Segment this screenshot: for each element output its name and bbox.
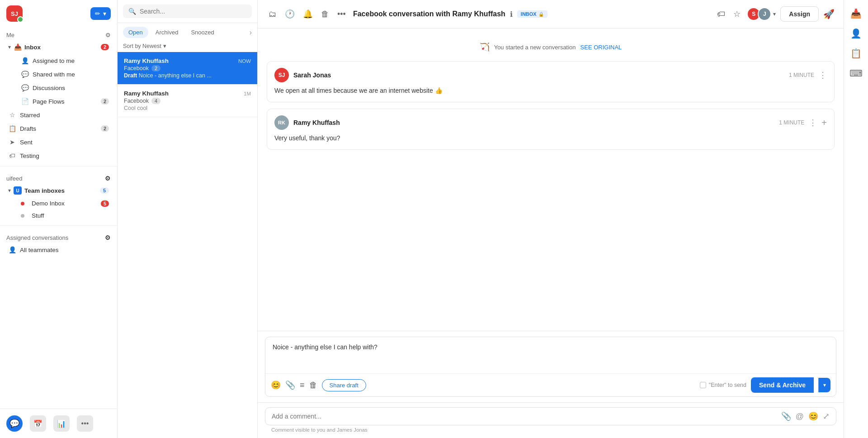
- tag-icon-button[interactable]: 🏷: [715, 8, 727, 21]
- right-panel-keyboard-icon[interactable]: ⌨: [848, 65, 864, 81]
- chat-icon-button[interactable]: 💬: [6, 415, 23, 432]
- calendar-icon-button[interactable]: 📅: [30, 415, 46, 432]
- team-gear-icon[interactable]: ⚙: [105, 175, 111, 182]
- compose-button[interactable]: ✏ ▾: [90, 7, 111, 20]
- toolbar-clock-icon[interactable]: 🕐: [283, 7, 297, 21]
- send-archive-button[interactable]: Send & Archive: [751, 377, 814, 393]
- delete-draft-icon[interactable]: 🗑: [309, 381, 317, 390]
- sort-label[interactable]: Sort by Newest ▾: [123, 43, 166, 49]
- right-panel-details-icon[interactable]: 📋: [848, 45, 864, 62]
- message-2-add-icon[interactable]: +: [821, 118, 827, 128]
- chat-toolbar-top: 🗂 🕐 🔔 🗑 •••: [267, 7, 348, 21]
- search-input[interactable]: [140, 8, 246, 15]
- sent-icon: ➤: [8, 138, 16, 146]
- user-avatar[interactable]: SJ: [6, 5, 23, 22]
- message-2-header: RK Ramy Khuffash 1 MINUTE ⋮ +: [274, 115, 827, 130]
- team-inboxes-label: Team inboxes: [24, 187, 100, 194]
- toolbar-save-icon[interactable]: 🗂: [267, 8, 278, 21]
- sent-label: Sent: [20, 139, 109, 146]
- enter-to-send: "Enter" to send: [700, 382, 746, 388]
- compose-text[interactable]: Noice - anything else I can help with?: [265, 337, 836, 373]
- comment-expand-icon[interactable]: ⤢: [823, 411, 830, 421]
- chart-icon-button[interactable]: 📊: [53, 415, 70, 432]
- tab-open[interactable]: Open: [123, 27, 148, 38]
- message-2-more-icon[interactable]: ⋮: [809, 118, 817, 128]
- conv-1-source: Facebook 2: [124, 65, 251, 71]
- toolbar-trash-icon[interactable]: 🗑: [319, 8, 331, 21]
- inbox-tag-label: INBOX: [521, 11, 537, 17]
- inbox-icon: 📥: [14, 43, 22, 51]
- conv-1-name: Ramy Khuffash: [124, 57, 169, 64]
- inbox-row[interactable]: ▾ 📥 Inbox 2: [2, 40, 115, 54]
- more-icon-button[interactable]: •••: [77, 415, 93, 432]
- message-2-body: Very useful, thank you?: [274, 133, 827, 143]
- comment-input[interactable]: [272, 413, 777, 420]
- message-1-more-icon[interactable]: ⋮: [819, 70, 827, 80]
- send-archive-dropdown[interactable]: ▾: [818, 378, 830, 392]
- starred-label: Starred: [20, 112, 109, 119]
- tab-more-arrow[interactable]: ›: [250, 29, 252, 37]
- search-bar[interactable]: 🔍: [123, 5, 252, 18]
- info-icon[interactable]: ℹ: [510, 10, 513, 19]
- message-2-sender-info: RK Ramy Khuffash: [274, 115, 340, 130]
- format-icon[interactable]: ≡: [300, 381, 305, 390]
- system-msg-icon: 🏹: [480, 42, 490, 52]
- toolbar-more-icon[interactable]: •••: [335, 8, 348, 21]
- me-section: Me ⚙: [0, 27, 117, 40]
- drafts-label: Drafts: [20, 125, 97, 132]
- sort-chevron-icon: ▾: [163, 43, 166, 49]
- chat-body: 🏹 You started a new conversation SEE ORI…: [258, 29, 844, 331]
- right-panel: 📥 👤 📋 ⌨: [844, 0, 868, 438]
- sidebar-item-drafts[interactable]: 📋 Drafts 2: [2, 122, 115, 135]
- comment-mention-icon[interactable]: @: [796, 412, 804, 421]
- toolbar-bell-icon[interactable]: 🔔: [301, 7, 315, 21]
- rocket-icon[interactable]: 🚀: [823, 9, 835, 19]
- right-panel-info-icon[interactable]: 👤: [848, 25, 864, 42]
- me-label: Me: [6, 32, 14, 38]
- stuff-dot: [21, 214, 24, 218]
- sidebar-item-page-flows[interactable]: 📄 Page Flows 2: [8, 95, 115, 108]
- tab-snoozed[interactable]: Snoozed: [185, 27, 219, 38]
- page-flows-label: Page Flows: [33, 98, 97, 105]
- conv-list-header: 🔍: [118, 0, 257, 23]
- enter-send-checkbox[interactable]: [700, 382, 706, 388]
- chat-header: 🗂 🕐 🔔 🗑 ••• Facebook conversation with R…: [258, 0, 844, 29]
- comment-area: 📎 @ 😊 ⤢ Comment visible to you and James…: [258, 402, 844, 438]
- sidebar-item-sent[interactable]: ➤ Sent: [2, 135, 115, 149]
- sidebar-item-assigned-to-me[interactable]: 👤 Assigned to me: [8, 54, 115, 67]
- conv-item-1[interactable]: Ramy Khuffash NOW Facebook 2 Draft Noice…: [118, 52, 257, 85]
- assign-button[interactable]: Assign: [780, 6, 819, 22]
- drafts-icon: 📋: [8, 124, 16, 133]
- conv-2-source: Facebook 4: [124, 98, 251, 104]
- sidebar-item-stuff[interactable]: Stuff: [8, 209, 115, 222]
- tab-archived[interactable]: Archived: [150, 27, 184, 38]
- all-teammates-label: All teammates: [20, 247, 109, 253]
- conv-item-2[interactable]: Ramy Khuffash 1M Facebook 4 Cool cool: [118, 85, 257, 117]
- comment-visibility-note: Comment visible to you and James Jonas: [265, 425, 836, 433]
- agents-dropdown-icon[interactable]: ▾: [773, 11, 776, 17]
- comment-attach-icon[interactable]: 📎: [781, 411, 791, 421]
- message-card-2: RK Ramy Khuffash 1 MINUTE ⋮ + Very usefu…: [267, 109, 835, 150]
- sidebar-item-starred[interactable]: ☆ Starred: [2, 108, 115, 122]
- share-draft-button[interactable]: Share draft: [322, 379, 366, 391]
- shared-with-me-label: Shared with me: [33, 71, 109, 78]
- comment-emoji-icon[interactable]: 😊: [808, 411, 818, 421]
- sidebar-item-shared-with-me[interactable]: 💬 Shared with me: [8, 67, 115, 81]
- inbox-label: Inbox: [24, 44, 101, 51]
- see-original-link[interactable]: SEE ORIGINAL: [580, 44, 622, 51]
- sidebar-item-all-teammates[interactable]: 👤 All teammates: [2, 243, 115, 257]
- sidebar-item-discussions[interactable]: 💬 Discussions: [8, 81, 115, 95]
- attach-icon[interactable]: 📎: [285, 380, 295, 390]
- emoji-icon[interactable]: 😊: [271, 380, 281, 390]
- assigned-gear-icon[interactable]: ⚙: [105, 234, 111, 241]
- person-icon: 👤: [21, 57, 29, 65]
- conv-1-preview: Draft Noice - anything else I can ...: [124, 72, 251, 79]
- sidebar-item-testing[interactable]: 🏷 Testing: [2, 149, 115, 162]
- gear-icon[interactable]: ⚙: [105, 32, 111, 38]
- star-icon-button[interactable]: ☆: [731, 7, 742, 21]
- right-panel-inbox-icon[interactable]: 📥: [848, 5, 864, 22]
- team-u-icon: U: [14, 186, 22, 195]
- sidebar-item-demo-inbox[interactable]: Demo Inbox 5: [8, 197, 115, 209]
- team-inboxes-row[interactable]: ▾ U Team inboxes 5: [2, 184, 115, 197]
- divider-1: [0, 166, 117, 167]
